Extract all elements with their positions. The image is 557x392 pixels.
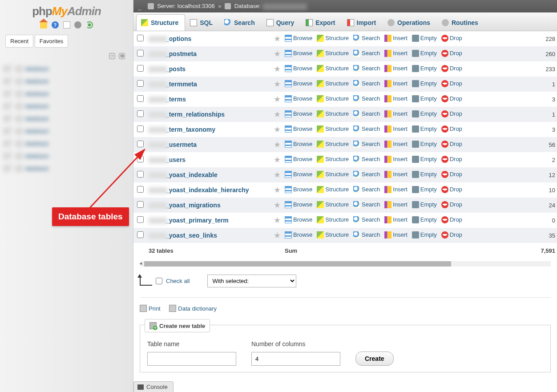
- search-link[interactable]: Search: [353, 110, 380, 117]
- empty-link[interactable]: Empty: [412, 171, 437, 178]
- table-name-link[interactable]: _yoast_indexable_hierarchy: [165, 186, 249, 194]
- expand-icon[interactable]: +: [4, 116, 10, 122]
- tab-operations[interactable]: Operations: [383, 14, 437, 31]
- empty-link[interactable]: Empty: [412, 186, 437, 193]
- help-icon[interactable]: [52, 21, 59, 28]
- horizontal-scrollbar[interactable]: ◄: [140, 261, 551, 267]
- tab-sql[interactable]: SQL: [185, 14, 219, 31]
- server-value[interactable]: localhost:3306: [178, 3, 215, 9]
- empty-link[interactable]: Empty: [412, 156, 437, 163]
- table-name-link[interactable]: _yoast_primary_term: [165, 217, 229, 224]
- console-toggle[interactable]: Console: [133, 381, 174, 392]
- tab-query[interactable]: Query: [262, 14, 301, 31]
- browse-link[interactable]: Browse: [285, 125, 312, 133]
- structure-link[interactable]: Structure: [317, 201, 349, 208]
- favorite-star-icon[interactable]: ★: [271, 167, 283, 182]
- row-checkbox[interactable]: [137, 95, 144, 102]
- tab-import[interactable]: Import: [342, 14, 383, 31]
- insert-link[interactable]: Insert: [384, 50, 408, 57]
- table-name-link[interactable]: _usermeta: [165, 141, 197, 148]
- docs-icon[interactable]: [63, 21, 70, 28]
- drop-link[interactable]: Drop: [441, 50, 462, 57]
- empty-link[interactable]: Empty: [412, 110, 437, 117]
- expand-icon[interactable]: +: [4, 141, 10, 147]
- insert-link[interactable]: Insert: [384, 201, 408, 208]
- tab-search[interactable]: Search: [219, 14, 262, 31]
- search-link[interactable]: Search: [353, 141, 380, 148]
- browse-link[interactable]: Browse: [285, 156, 312, 163]
- check-all-label[interactable]: Check all: [166, 278, 190, 284]
- search-link[interactable]: Search: [353, 216, 380, 223]
- expand-icon[interactable]: +: [4, 78, 10, 85]
- favorite-star-icon[interactable]: ★: [271, 46, 283, 61]
- drop-link[interactable]: Drop: [441, 65, 462, 72]
- home-icon[interactable]: [40, 21, 47, 28]
- search-link[interactable]: Search: [353, 201, 380, 208]
- browse-link[interactable]: Browse: [285, 231, 312, 238]
- structure-link[interactable]: Structure: [317, 80, 349, 87]
- structure-link[interactable]: Structure: [317, 95, 349, 102]
- structure-link[interactable]: Structure: [317, 171, 349, 178]
- tree-db-item[interactable]: +database: [4, 125, 129, 137]
- favorite-star-icon[interactable]: ★: [271, 213, 283, 228]
- create-button[interactable]: Create: [355, 352, 394, 366]
- search-link[interactable]: Search: [353, 171, 380, 178]
- table-name-link[interactable]: _term_taxonomy: [165, 126, 215, 133]
- table-name-link[interactable]: _terms: [165, 96, 186, 103]
- recent-button[interactable]: Recent: [5, 35, 33, 48]
- insert-link[interactable]: Insert: [384, 95, 408, 102]
- expand-icon[interactable]: +: [4, 103, 10, 109]
- structure-link[interactable]: Structure: [317, 65, 349, 72]
- favorite-star-icon[interactable]: ★: [271, 152, 283, 167]
- drop-link[interactable]: Drop: [441, 110, 462, 117]
- favorite-star-icon[interactable]: ★: [271, 137, 283, 152]
- search-link[interactable]: Search: [353, 35, 380, 42]
- logo[interactable]: phpMyAdmin: [0, 0, 133, 19]
- collapse-all-icon[interactable]: −: [109, 53, 115, 59]
- drop-link[interactable]: Drop: [441, 95, 462, 102]
- insert-link[interactable]: Insert: [384, 186, 408, 193]
- back-icon[interactable]: ←: [137, 4, 143, 10]
- empty-link[interactable]: Empty: [412, 125, 437, 133]
- drop-link[interactable]: Drop: [441, 35, 462, 42]
- search-link[interactable]: Search: [353, 65, 380, 72]
- drop-link[interactable]: Drop: [441, 171, 462, 178]
- empty-link[interactable]: Empty: [412, 141, 437, 148]
- table-name-link[interactable]: _termmeta: [165, 81, 197, 88]
- row-checkbox[interactable]: [137, 141, 144, 147]
- search-link[interactable]: Search: [353, 50, 380, 57]
- tree-db-item[interactable]: +database: [4, 75, 129, 88]
- favorite-star-icon[interactable]: ★: [271, 182, 283, 198]
- empty-link[interactable]: Empty: [412, 50, 437, 57]
- structure-link[interactable]: Structure: [317, 110, 349, 117]
- row-checkbox[interactable]: [137, 50, 144, 57]
- favorite-star-icon[interactable]: ★: [271, 92, 283, 107]
- empty-link[interactable]: Empty: [412, 95, 437, 102]
- insert-link[interactable]: Insert: [384, 231, 408, 238]
- favorites-button[interactable]: Favorites: [35, 35, 68, 48]
- structure-link[interactable]: Structure: [317, 156, 349, 163]
- tree-db-item[interactable]: +database: [4, 162, 129, 175]
- search-link[interactable]: Search: [353, 125, 380, 133]
- table-name-link[interactable]: _yoast_indexable: [165, 171, 218, 178]
- tab-routines[interactable]: Routines: [437, 14, 485, 31]
- row-checkbox[interactable]: [137, 80, 144, 87]
- print-link[interactable]: Print: [140, 305, 161, 312]
- structure-link[interactable]: Structure: [317, 231, 349, 238]
- insert-link[interactable]: Insert: [384, 80, 408, 87]
- structure-link[interactable]: Structure: [317, 216, 349, 223]
- browse-link[interactable]: Browse: [285, 50, 312, 57]
- insert-link[interactable]: Insert: [384, 125, 408, 133]
- row-checkbox[interactable]: [137, 186, 144, 193]
- check-all-checkbox[interactable]: [156, 278, 162, 284]
- reload-icon[interactable]: [86, 21, 93, 28]
- search-link[interactable]: Search: [353, 156, 380, 163]
- table-name-input[interactable]: [147, 352, 236, 366]
- empty-link[interactable]: Empty: [412, 35, 437, 42]
- structure-link[interactable]: Structure: [317, 186, 349, 193]
- browse-link[interactable]: Browse: [285, 95, 312, 102]
- search-link[interactable]: Search: [353, 186, 380, 193]
- tree-db-item[interactable]: +database: [4, 137, 129, 150]
- search-link[interactable]: Search: [353, 231, 380, 238]
- expand-icon[interactable]: +: [4, 153, 10, 159]
